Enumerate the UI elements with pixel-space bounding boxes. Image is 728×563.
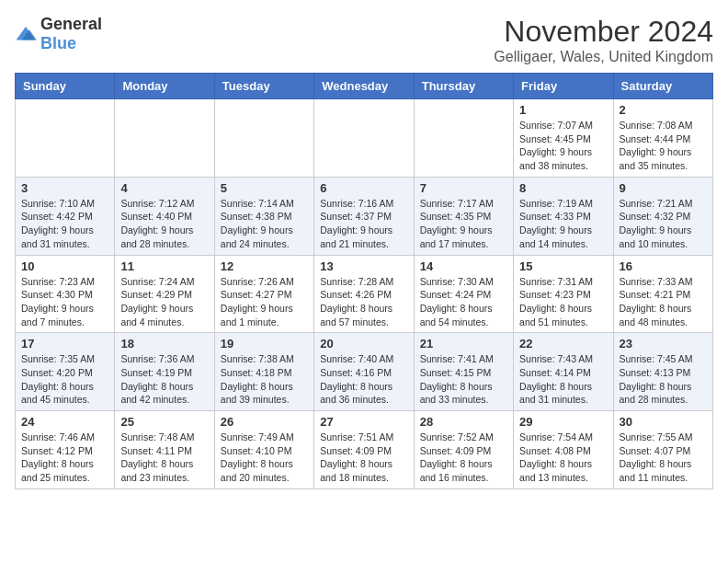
logo-text: General Blue: [40, 15, 102, 53]
calendar-week-row: 17Sunrise: 7:35 AM Sunset: 4:20 PM Dayli…: [16, 333, 713, 411]
day-info: Sunrise: 7:49 AM Sunset: 4:10 PM Dayligh…: [221, 431, 308, 485]
day-number: 4: [120, 181, 208, 195]
calendar-cell: 9Sunrise: 7:21 AM Sunset: 4:32 PM Daylig…: [613, 177, 712, 255]
calendar-cell: [16, 99, 115, 178]
logo-general: General: [40, 15, 102, 33]
calendar-cell: 18Sunrise: 7:36 AM Sunset: 4:19 PM Dayli…: [115, 333, 214, 411]
day-info: Sunrise: 7:54 AM Sunset: 4:08 PM Dayligh…: [519, 431, 607, 485]
day-number: 20: [320, 337, 407, 350]
calendar-cell: 11Sunrise: 7:24 AM Sunset: 4:29 PM Dayli…: [115, 255, 214, 333]
calendar-cell: 12Sunrise: 7:26 AM Sunset: 4:27 PM Dayli…: [214, 255, 313, 333]
page-header: General Blue November 2024 Gelligaer, Wa…: [15, 15, 713, 65]
calendar-day-header: Thursday: [414, 74, 513, 99]
day-info: Sunrise: 7:31 AM Sunset: 4:23 PM Dayligh…: [519, 275, 607, 329]
calendar-cell: 22Sunrise: 7:43 AM Sunset: 4:14 PM Dayli…: [514, 333, 613, 411]
day-number: 5: [221, 181, 308, 195]
day-number: 8: [519, 181, 607, 195]
calendar-cell: [214, 99, 313, 178]
day-info: Sunrise: 7:52 AM Sunset: 4:09 PM Dayligh…: [420, 431, 507, 485]
day-info: Sunrise: 7:46 AM Sunset: 4:12 PM Dayligh…: [21, 431, 108, 485]
day-number: 25: [120, 415, 208, 429]
day-number: 26: [221, 415, 308, 429]
day-info: Sunrise: 7:55 AM Sunset: 4:07 PM Dayligh…: [620, 431, 707, 485]
calendar-cell: 26Sunrise: 7:49 AM Sunset: 4:10 PM Dayli…: [214, 411, 313, 489]
calendar-cell: 1Sunrise: 7:07 AM Sunset: 4:45 PM Daylig…: [514, 99, 613, 178]
calendar-cell: 25Sunrise: 7:48 AM Sunset: 4:11 PM Dayli…: [115, 411, 214, 489]
calendar-week-row: 10Sunrise: 7:23 AM Sunset: 4:30 PM Dayli…: [16, 255, 713, 333]
day-number: 17: [21, 337, 108, 350]
calendar-cell: [414, 99, 513, 178]
day-info: Sunrise: 7:16 AM Sunset: 4:37 PM Dayligh…: [320, 197, 407, 251]
day-info: Sunrise: 7:33 AM Sunset: 4:21 PM Dayligh…: [620, 275, 707, 329]
day-info: Sunrise: 7:28 AM Sunset: 4:26 PM Dayligh…: [320, 275, 407, 329]
day-info: Sunrise: 7:41 AM Sunset: 4:15 PM Dayligh…: [420, 352, 507, 407]
calendar-week-row: 24Sunrise: 7:46 AM Sunset: 4:12 PM Dayli…: [16, 411, 713, 489]
day-info: Sunrise: 7:30 AM Sunset: 4:24 PM Dayligh…: [420, 275, 507, 329]
calendar-cell: 29Sunrise: 7:54 AM Sunset: 4:08 PM Dayli…: [514, 411, 613, 489]
day-info: Sunrise: 7:38 AM Sunset: 4:18 PM Dayligh…: [221, 352, 308, 407]
day-info: Sunrise: 7:26 AM Sunset: 4:27 PM Dayligh…: [221, 275, 308, 329]
day-number: 21: [420, 337, 507, 350]
calendar-cell: 23Sunrise: 7:45 AM Sunset: 4:13 PM Dayli…: [613, 333, 712, 411]
calendar-cell: [314, 99, 414, 178]
calendar-day-header: Tuesday: [214, 74, 313, 99]
calendar-cell: 24Sunrise: 7:46 AM Sunset: 4:12 PM Dayli…: [16, 411, 115, 489]
calendar-day-header: Saturday: [613, 74, 712, 99]
day-info: Sunrise: 7:17 AM Sunset: 4:35 PM Dayligh…: [420, 197, 507, 251]
day-number: 29: [519, 415, 607, 429]
calendar-week-row: 1Sunrise: 7:07 AM Sunset: 4:45 PM Daylig…: [16, 99, 713, 178]
day-info: Sunrise: 7:23 AM Sunset: 4:30 PM Dayligh…: [21, 275, 108, 329]
calendar-day-header: Wednesday: [314, 74, 414, 99]
day-info: Sunrise: 7:12 AM Sunset: 4:40 PM Dayligh…: [120, 197, 208, 251]
day-number: 16: [620, 259, 707, 273]
day-info: Sunrise: 7:51 AM Sunset: 4:09 PM Dayligh…: [320, 431, 407, 485]
calendar-cell: 14Sunrise: 7:30 AM Sunset: 4:24 PM Dayli…: [414, 255, 513, 333]
calendar-cell: 5Sunrise: 7:14 AM Sunset: 4:38 PM Daylig…: [214, 177, 313, 255]
day-info: Sunrise: 7:10 AM Sunset: 4:42 PM Dayligh…: [21, 197, 108, 251]
day-number: 27: [320, 415, 407, 429]
title-block: November 2024 Gelligaer, Wales, United K…: [494, 15, 713, 65]
calendar-cell: 20Sunrise: 7:40 AM Sunset: 4:16 PM Dayli…: [314, 333, 414, 411]
calendar-header-row: SundayMondayTuesdayWednesdayThursdayFrid…: [16, 74, 713, 99]
day-number: 18: [120, 337, 208, 350]
logo-blue: Blue: [40, 34, 76, 52]
calendar-cell: 27Sunrise: 7:51 AM Sunset: 4:09 PM Dayli…: [314, 411, 414, 489]
day-info: Sunrise: 7:43 AM Sunset: 4:14 PM Dayligh…: [519, 352, 607, 407]
day-number: 10: [21, 259, 108, 273]
day-number: 6: [320, 181, 407, 195]
day-number: 1: [519, 103, 607, 117]
day-number: 15: [519, 259, 607, 273]
calendar-table: SundayMondayTuesdayWednesdayThursdayFrid…: [15, 73, 713, 489]
calendar-day-header: Friday: [514, 74, 613, 99]
calendar-cell: 28Sunrise: 7:52 AM Sunset: 4:09 PM Dayli…: [414, 411, 513, 489]
day-number: 28: [420, 415, 507, 429]
day-info: Sunrise: 7:35 AM Sunset: 4:20 PM Dayligh…: [21, 352, 108, 407]
day-number: 11: [120, 259, 208, 273]
day-info: Sunrise: 7:48 AM Sunset: 4:11 PM Dayligh…: [120, 431, 208, 485]
calendar-cell: 10Sunrise: 7:23 AM Sunset: 4:30 PM Dayli…: [16, 255, 115, 333]
day-info: Sunrise: 7:14 AM Sunset: 4:38 PM Dayligh…: [221, 197, 308, 251]
day-info: Sunrise: 7:45 AM Sunset: 4:13 PM Dayligh…: [620, 352, 707, 407]
logo: General Blue: [15, 15, 102, 53]
month-title: November 2024: [494, 15, 713, 49]
calendar-cell: 2Sunrise: 7:08 AM Sunset: 4:44 PM Daylig…: [613, 99, 712, 178]
day-info: Sunrise: 7:19 AM Sunset: 4:33 PM Dayligh…: [519, 197, 607, 251]
day-number: 23: [620, 337, 707, 350]
day-info: Sunrise: 7:08 AM Sunset: 4:44 PM Dayligh…: [620, 119, 707, 173]
day-number: 13: [320, 259, 407, 273]
calendar-cell: 17Sunrise: 7:35 AM Sunset: 4:20 PM Dayli…: [16, 333, 115, 411]
day-number: 7: [420, 181, 507, 195]
day-number: 14: [420, 259, 507, 273]
logo-icon: [15, 25, 37, 43]
day-info: Sunrise: 7:36 AM Sunset: 4:19 PM Dayligh…: [120, 352, 208, 407]
day-number: 3: [21, 181, 108, 195]
calendar-day-header: Monday: [115, 74, 214, 99]
day-number: 22: [519, 337, 607, 350]
day-info: Sunrise: 7:07 AM Sunset: 4:45 PM Dayligh…: [519, 119, 607, 173]
day-number: 19: [221, 337, 308, 350]
location: Gelligaer, Wales, United Kingdom: [494, 49, 713, 65]
calendar-week-row: 3Sunrise: 7:10 AM Sunset: 4:42 PM Daylig…: [16, 177, 713, 255]
day-number: 12: [221, 259, 308, 273]
day-number: 2: [620, 103, 707, 117]
day-info: Sunrise: 7:24 AM Sunset: 4:29 PM Dayligh…: [120, 275, 208, 329]
